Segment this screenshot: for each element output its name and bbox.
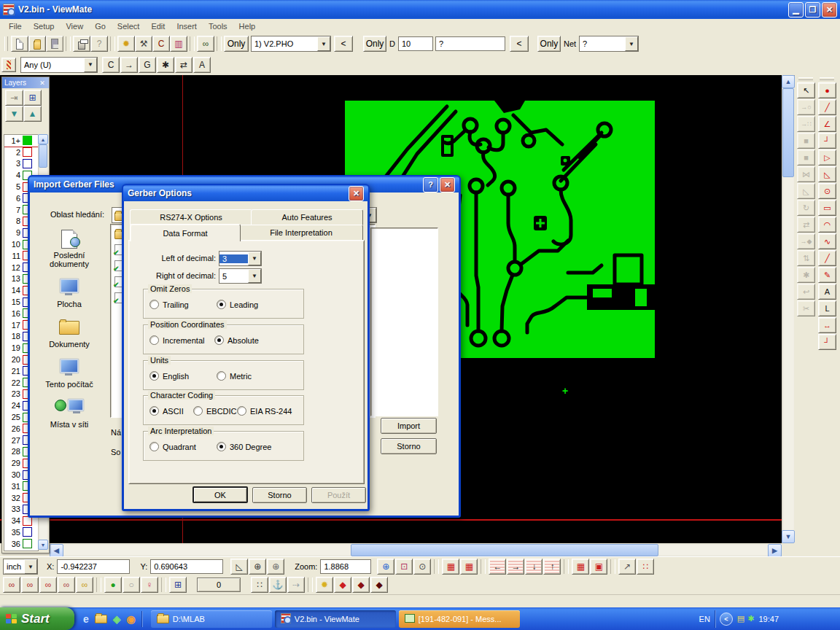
place-my-computer[interactable]: Tento počítač [36,359,103,389]
menu-item-select[interactable]: Select [112,20,146,32]
folder-quicklaunch-icon[interactable] [95,612,107,625]
close-icon[interactable]: ✕ [38,79,47,87]
tray-collapse-icon[interactable]: < [720,612,733,626]
only-net-button[interactable]: Only [537,36,561,52]
prev-layer-button[interactable]: < [334,36,353,52]
import-button[interactable]: Import [381,418,437,434]
tab-data-format[interactable]: Data Format [130,224,241,241]
start-button[interactable]: Start [0,607,74,630]
angle-measure-icon[interactable]: ◺ [230,559,248,575]
vertical-scrollbar[interactable]: ▲ ▼ [782,75,794,543]
task-button[interactable]: [191-482-091] - Mess... [399,610,520,628]
pad-dark-icon[interactable]: ◆ [370,577,388,593]
select-cursor-icon[interactable]: ↖ [797,82,815,98]
layer-row[interactable]: 36 [4,538,38,550]
aperture-h-icon[interactable]: ⇄ [175,57,192,73]
language-indicator[interactable]: EN [699,615,710,623]
layer-row[interactable]: 3 [4,158,38,170]
pad-square2-icon[interactable]: ■ [797,149,815,166]
undo-icon[interactable]: ↩ [797,284,815,300]
menu-item-setup[interactable]: Setup [28,20,61,32]
task-button[interactable]: V2.bin - ViewMate [275,610,396,628]
new-document-icon[interactable] [11,36,28,52]
menu-item-edit[interactable]: Edit [145,20,171,32]
draw-corner-icon[interactable]: ┘ [818,133,836,149]
layer-color-swatch[interactable] [23,159,32,168]
aperture-c-icon[interactable]: C [102,57,120,73]
radio-option-absolute[interactable]: Absolute [214,335,259,345]
menu-item-insert[interactable]: Insert [171,20,203,32]
move-items-icon[interactable]: →∷ [797,116,815,132]
ie-quicklaunch-icon[interactable]: e [83,613,89,625]
layer-color-swatch[interactable] [23,147,32,157]
save-icon[interactable] [46,36,63,52]
place-network-places[interactable]: Místa v síti [36,399,103,429]
y-coordinate-field[interactable]: 0.690643 [150,559,223,574]
x-coordinate-field[interactable]: -0.942237 [57,559,130,574]
move-shape-icon[interactable]: →◆ [797,233,815,249]
scroll-left-icon[interactable]: ◀ [50,544,63,557]
highlight-on-icon[interactable]: ● [104,577,122,593]
draw-circle-icon[interactable]: ⊙ [818,183,836,199]
draw-sline-icon[interactable]: ╱ [818,250,836,266]
firefox-quicklaunch-icon[interactable]: ◉ [127,613,136,625]
aperture-g-icon[interactable]: G [139,57,156,73]
place-documents-folder[interactable]: Dokumenty [36,319,103,349]
radio-option-eia-rs-244[interactable]: EIA RS-244 [237,406,292,416]
glasses-pads-icon[interactable]: ∞ [3,577,20,593]
snap-origin-icon[interactable]: ⊕ [267,559,284,575]
close-button[interactable]: ✕ [822,2,837,18]
radio-option-quadrant[interactable]: Quadrant [149,442,196,451]
highlight-off-icon[interactable]: ○ [122,577,140,593]
radio-option-ebcdic[interactable]: EBCDIC [193,406,237,416]
chevron-down-icon[interactable]: ▼ [625,36,638,51]
layer-row[interactable]: 35 [4,526,38,538]
resize-select-icon[interactable]: ↗ [618,559,636,575]
close-button[interactable]: ✕ [349,186,364,201]
spread-icon[interactable]: ⇅ [797,250,815,266]
dcode-input[interactable]: 10 [398,36,433,51]
messenger-tray-icon[interactable]: ▤ [737,614,744,623]
settings-gear-icon[interactable]: ✱ [797,267,815,283]
tab-rs274x-options[interactable]: RS274-X Options [130,209,252,225]
draw-curve-icon[interactable]: ∿ [818,233,836,249]
grid-view-icon[interactable]: ▦ [460,559,478,575]
icq-tray-icon[interactable]: ✱ [747,614,754,623]
rotate-icon[interactable]: ↻ [797,200,815,216]
dcode-query-input[interactable]: ? [435,36,505,51]
dots-select-icon[interactable]: ∷ [637,559,654,575]
only-layer-button[interactable]: Only [224,36,249,52]
mirror-icon[interactable]: ⋈ [797,166,815,182]
text-icon[interactable]: A [818,284,836,300]
measure-glasses-icon[interactable]: ∞ [197,36,214,52]
right-decimal-combo[interactable]: 5 ▼ [219,268,262,284]
help-button[interactable]: ? [423,177,438,192]
vector-snap-icon[interactable]: ⇢ [287,577,305,593]
layer-combo[interactable]: 1) V2.PHO▼ [251,36,331,52]
radio-option-ascii[interactable]: ASCII [149,406,184,416]
layer-color-swatch[interactable] [23,136,32,145]
radio-option-trailing[interactable]: Trailing [149,300,189,309]
minimize-button[interactable]: ▁ [788,2,804,18]
scroll-right-icon[interactable]: ▶ [768,544,782,557]
aperture-filter-combo[interactable]: Any (U)▼ [20,57,98,73]
apply-button[interactable]: Použít [311,487,366,503]
copy-grid-icon[interactable]: ▦ [572,559,589,575]
menu-item-tools[interactable]: Tools [203,20,233,32]
tab-file-interpretation[interactable]: File Interpretation [239,225,363,241]
chevron-down-icon[interactable]: ▼ [84,58,97,72]
vertical-scroll-thumb[interactable] [782,88,794,177]
menu-item-go[interactable]: Go [89,20,112,32]
pan-down-icon[interactable]: ↓ [525,559,542,575]
origin-icon[interactable]: ⊕ [249,559,266,575]
c-marker-icon[interactable]: C [152,36,170,52]
radio-option-metric[interactable]: Metric [217,371,252,381]
place-desktop[interactable]: Plocha [36,279,103,308]
chevron-down-icon[interactable]: ▼ [248,269,261,283]
draw-triangle-icon[interactable]: ◺ [818,166,836,182]
zoom-in-icon[interactable]: ⊕ [377,559,394,575]
draw-outline-icon[interactable]: ▷ [818,149,836,166]
zoom-window-icon[interactable]: ⊡ [395,559,413,575]
prev-dcode-button[interactable]: < [510,36,529,52]
aperture-flash-icon[interactable]: ✱ [157,57,174,73]
